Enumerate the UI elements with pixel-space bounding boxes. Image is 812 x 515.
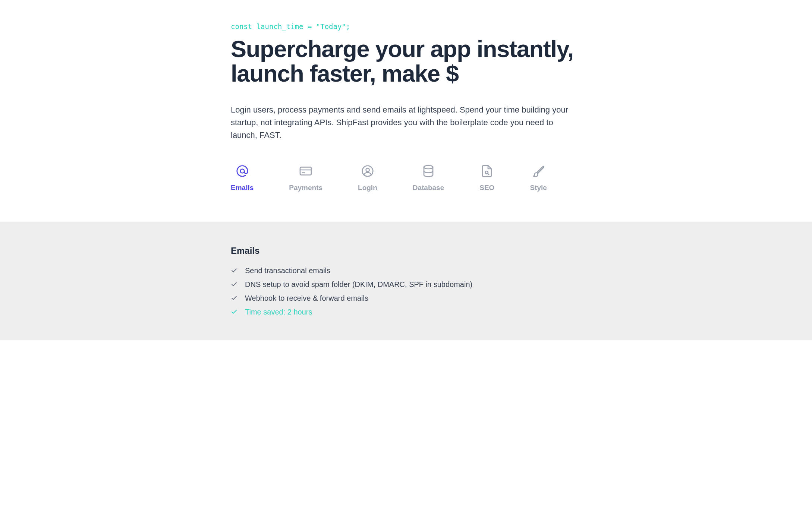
tab-seo[interactable]: SEO: [479, 164, 494, 192]
page-description: Login users, process payments and send e…: [231, 104, 581, 142]
feature-text: Send transactional emails: [245, 266, 330, 275]
check-icon: [231, 281, 237, 288]
code-line: const launch_time = "Today";: [231, 22, 581, 31]
at-icon: [236, 164, 249, 178]
details-title: Emails: [231, 246, 581, 256]
credit-card-icon: [299, 164, 312, 178]
svg-point-6: [424, 165, 433, 169]
brush-icon: [532, 164, 545, 178]
tab-login[interactable]: Login: [358, 164, 377, 192]
check-icon: [231, 267, 237, 274]
tab-emails[interactable]: Emails: [231, 164, 254, 192]
feature-item: Webhook to receive & forward emails: [231, 294, 581, 303]
tab-label: Login: [358, 184, 377, 192]
tabs-row: Emails Payments: [231, 164, 581, 207]
tab-label: Database: [413, 184, 444, 192]
tab-payments[interactable]: Payments: [289, 164, 322, 192]
feature-text: Webhook to receive & forward emails: [245, 294, 368, 303]
document-search-icon: [480, 164, 494, 178]
tab-database[interactable]: Database: [413, 164, 444, 192]
svg-line-8: [488, 173, 489, 174]
tab-style[interactable]: Style: [530, 164, 547, 192]
svg-point-5: [366, 168, 369, 171]
svg-rect-1: [300, 167, 311, 175]
feature-item-highlight: Time saved: 2 hours: [231, 308, 581, 316]
database-icon: [422, 164, 435, 178]
feature-text: DNS setup to avoid spam folder (DKIM, DM…: [245, 280, 472, 289]
feature-list: Send transactional emails DNS setup to a…: [231, 266, 581, 316]
tab-label: Payments: [289, 184, 322, 192]
tab-label: SEO: [479, 184, 494, 192]
check-icon: [231, 309, 237, 315]
page-headline: Supercharge your app instantly, launch f…: [231, 37, 581, 86]
svg-point-0: [240, 169, 244, 173]
feature-item: DNS setup to avoid spam folder (DKIM, DM…: [231, 280, 581, 289]
tab-label: Style: [530, 184, 547, 192]
feature-item: Send transactional emails: [231, 266, 581, 275]
user-icon: [361, 164, 374, 178]
details-panel: Emails Send transactional emails DNS set…: [0, 222, 812, 340]
check-icon: [231, 295, 237, 301]
tab-label: Emails: [231, 184, 254, 192]
feature-text: Time saved: 2 hours: [245, 308, 312, 316]
